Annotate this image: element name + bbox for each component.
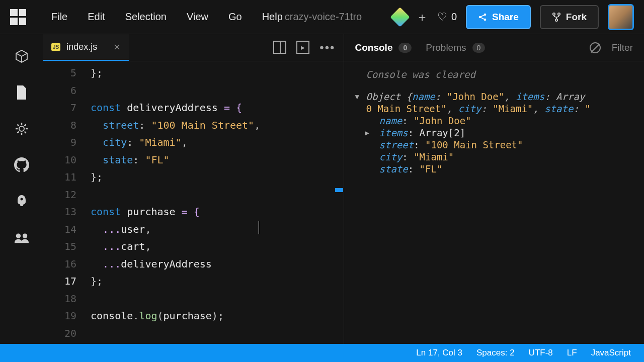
share-icon [478,13,487,22]
console-panel: Console 0 Problems 0 Filter Console was … [344,34,645,344]
console-tabbar: Console 0 Problems 0 Filter [344,34,645,61]
code-lines[interactable]: }; const deliveryAddress = { street: "10… [91,64,344,344]
status-cursor-pos[interactable]: Ln 17, Col 3 [416,348,462,358]
clear-console-icon[interactable] [590,42,601,53]
console-object[interactable]: ▼ Object {name: "John Doe", items: Array… [366,90,635,175]
activity-bar [0,34,43,344]
menu-edit[interactable]: Edit [78,8,114,26]
fork-icon [552,12,561,22]
user-avatar[interactable] [608,4,634,30]
console-cleared-message: Console was cleared [366,68,635,80]
status-indent[interactable]: Spaces: 2 [476,348,515,358]
explorer-icon[interactable] [14,84,30,101]
scroll-marker [335,188,343,192]
live-icon[interactable] [14,229,30,245]
filter-button[interactable]: Filter [612,42,633,53]
status-language[interactable]: JavaScript [591,348,631,358]
sandbox-name[interactable]: crazy-voice-71tro [285,11,362,23]
svg-point-3 [553,13,555,15]
console-count-badge: 0 [398,43,412,53]
more-actions-icon[interactable]: ••• [319,41,335,55]
code-editor[interactable]: 567891011121314151617181920 }; const del… [43,61,344,344]
fork-button[interactable]: Fork [540,5,599,29]
upgrade-icon[interactable] [390,7,410,27]
console-output[interactable]: Console was cleared ▼ Object {name: "Joh… [344,61,645,344]
status-eol[interactable]: LF [567,348,577,358]
menu-selection[interactable]: Selection [116,8,176,26]
collapse-arrow-icon[interactable]: ▶ [365,127,369,139]
likes-count: 0 [451,11,457,23]
preview-icon[interactable] [296,41,309,54]
tab-problems[interactable]: Problems 0 [426,42,485,53]
svg-point-4 [558,13,560,15]
github-icon[interactable] [14,157,30,173]
js-badge: JS [51,43,60,51]
statusbar: Ln 17, Col 3 Spaces: 2 UTF-8 LF JavaScri… [0,344,644,362]
topbar: File Edit Selection View Go Help crazy-v… [0,0,644,34]
editor-tabbar: JS index.js ✕ ••• [43,34,344,61]
problems-count-badge: 0 [472,43,486,53]
expand-arrow-icon[interactable]: ▼ [355,90,359,103]
main-area: JS index.js ✕ ••• 5678910111213141516171… [0,34,644,344]
file-tab-indexjs[interactable]: JS index.js ✕ [43,34,129,61]
app-logo[interactable] [10,9,26,25]
menu-help[interactable]: Help [253,8,283,26]
share-button[interactable]: Share [466,5,531,29]
tab-close-button[interactable]: ✕ [113,42,121,53]
file-tab-label: index.js [66,42,97,52]
tab-console[interactable]: Console 0 [355,42,412,53]
split-editor-icon[interactable] [273,41,286,54]
new-sandbox-button[interactable]: ＋ [416,9,428,25]
svg-point-9 [23,233,27,238]
svg-point-6 [19,126,24,131]
menu-view[interactable]: View [178,8,217,26]
likes[interactable]: ♡ 0 [437,11,457,24]
text-cursor [259,221,259,234]
svg-point-7 [21,198,23,201]
svg-point-5 [555,19,557,21]
deploy-icon[interactable] [14,193,30,209]
editor-panel: JS index.js ✕ ••• 5678910111213141516171… [43,34,344,344]
menu-file[interactable]: File [42,8,76,26]
line-gutter: 567891011121314151617181920 [43,64,91,344]
status-encoding[interactable]: UTF-8 [529,348,553,358]
menu-go[interactable]: Go [219,8,251,26]
sandbox-info-icon[interactable] [14,48,30,64]
heart-icon: ♡ [437,11,447,24]
settings-icon[interactable] [14,121,30,137]
svg-point-8 [16,233,21,238]
